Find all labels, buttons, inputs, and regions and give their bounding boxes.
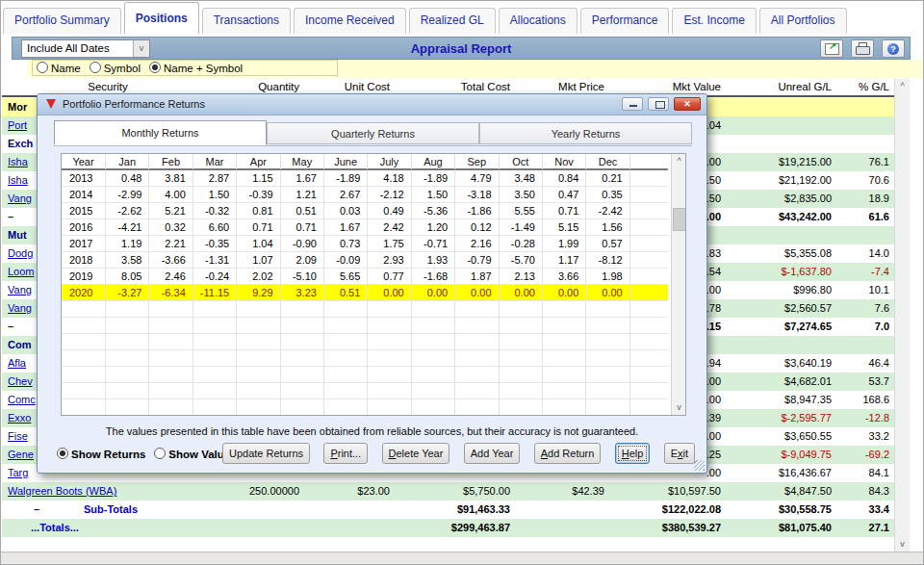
minimize-button[interactable] xyxy=(622,97,643,111)
scroll-up-icon[interactable]: ^ xyxy=(895,79,910,93)
radio-symbol[interactable]: Symbol xyxy=(90,63,141,74)
scroll-down-icon[interactable]: v xyxy=(672,400,686,415)
returns-row-2017[interactable]: 20171.192.21-0.351.04-0.900.731.75-0.712… xyxy=(62,236,685,252)
security-name[interactable]: Targ xyxy=(8,467,28,478)
col-header-quantity[interactable]: Quantity xyxy=(258,81,299,92)
empty-row xyxy=(62,383,685,399)
delete-year-button[interactable]: Delete Year xyxy=(382,443,450,464)
tab-income-received[interactable]: Income Received xyxy=(294,8,406,34)
return-cell xyxy=(412,301,455,318)
tab-allocations[interactable]: Allocations xyxy=(499,8,578,34)
security-name[interactable]: Vang xyxy=(8,193,32,204)
col-header-sep[interactable]: Sep xyxy=(455,154,499,170)
update-returns-button[interactable]: Update Returns xyxy=(222,443,310,464)
col-header-july[interactable]: July xyxy=(368,154,411,170)
tab-all-portfolios[interactable]: All Portfolios xyxy=(759,8,847,34)
security-name[interactable]: Port xyxy=(8,119,27,131)
return-cell xyxy=(500,334,543,350)
maximize-button[interactable] xyxy=(648,97,669,111)
col-header-may[interactable]: May xyxy=(281,154,324,170)
security-name[interactable]: Comc xyxy=(8,394,36,405)
col-header-mkt-value[interactable]: Mkt Value xyxy=(673,81,721,92)
return-cell xyxy=(455,318,499,334)
col-header-apr[interactable]: Apr xyxy=(237,154,280,170)
returns-row-2013[interactable]: 20130.483.812.871.151.67-1.894.18-1.894.… xyxy=(62,170,685,187)
exit-button[interactable]: Exit xyxy=(664,443,695,464)
tab-transactions[interactable]: Transactions xyxy=(202,8,291,34)
tab-portfolio-summary[interactable]: Portfolio Summary xyxy=(3,8,121,34)
returns-row-2014[interactable]: 2014-2.994.001.50-0.391.212.67-2.121.50-… xyxy=(62,187,685,203)
tab-quarterly-returns[interactable]: Quarterly Returns xyxy=(267,122,479,144)
col-header-aug[interactable]: Aug xyxy=(412,154,455,170)
col-header-june[interactable]: June xyxy=(324,154,368,170)
returns-row-2019[interactable]: 20198.052.46-0.242.02-5.105.650.77-1.681… xyxy=(62,269,685,285)
return-cell: 1.56 xyxy=(586,219,629,236)
col-header-unreal-gl[interactable]: Unreal G/L xyxy=(778,81,832,92)
tab-positions[interactable]: Positions xyxy=(124,2,199,34)
col-header-jan[interactable]: Jan xyxy=(106,154,149,170)
close-button[interactable]: ✕ xyxy=(674,97,701,111)
col-header-mar[interactable]: Mar xyxy=(193,154,237,170)
table-row[interactable]: ...Totals...$299,463.87$380,539.27$81,07… xyxy=(2,519,894,537)
main-vertical-scrollbar[interactable]: ^ v xyxy=(894,79,910,552)
cell-unreal-gl: $16,436.67 xyxy=(779,467,832,478)
returns-row-2018[interactable]: 20183.58-3.66-1.311.072.09-0.092.931.93-… xyxy=(62,252,685,269)
dialog-titlebar[interactable]: Portfolio Performance Returns ✕ xyxy=(38,94,706,116)
security-name[interactable]: Gene xyxy=(8,449,34,460)
tab-est-income[interactable]: Est. Income xyxy=(672,8,756,34)
col-header-total-cost[interactable]: Total Cost xyxy=(461,81,510,92)
col-header-year[interactable]: Year xyxy=(62,154,106,170)
security-name[interactable]: Dodg xyxy=(8,247,33,259)
print-button[interactable] xyxy=(851,39,874,58)
security-name[interactable]: Vang xyxy=(8,302,32,314)
col-header-unit-cost[interactable]: Unit Cost xyxy=(345,81,390,92)
scrollbar-thumb[interactable] xyxy=(673,208,686,231)
security-name[interactable]: Vang xyxy=(8,284,32,295)
security-name[interactable]: Loom xyxy=(8,266,35,277)
col-header-nov[interactable]: Nov xyxy=(543,154,586,170)
return-cell: 1.98 xyxy=(586,269,629,285)
help-button[interactable]: Help xyxy=(615,443,651,464)
col-header-dec[interactable]: Dec xyxy=(586,154,629,170)
return-cell xyxy=(281,399,324,416)
radio-show-returns[interactable]: Show Returns xyxy=(57,449,145,460)
tab-realized-gl[interactable]: Realized GL xyxy=(409,8,496,34)
radio-name[interactable]: Name xyxy=(37,63,81,74)
scroll-down-icon[interactable]: v xyxy=(895,537,910,552)
tab-monthly-returns[interactable]: Monthly Returns xyxy=(54,120,267,145)
return-cell: 1.75 xyxy=(368,236,411,252)
app-logo-icon xyxy=(46,99,56,109)
scroll-up-icon[interactable]: ^ xyxy=(672,154,686,168)
resize-grip-icon[interactable] xyxy=(694,460,705,471)
security-name[interactable]: Fise xyxy=(8,430,28,442)
security-name[interactable]: Walgreen Boots (WBA) xyxy=(8,485,116,497)
tab-yearly-returns[interactable]: Yearly Returns xyxy=(479,122,692,144)
return-cell: 5.55 xyxy=(500,203,543,219)
col-header-oct[interactable]: Oct xyxy=(500,154,543,170)
return-cell xyxy=(324,350,368,367)
col-header-mkt-price[interactable]: Mkt Price xyxy=(558,81,604,92)
security-name[interactable]: Isha xyxy=(8,174,28,186)
security-name[interactable]: Afla xyxy=(8,357,26,369)
returns-row-2016[interactable]: 2016-4.210.326.600.710.711.672.421.200.1… xyxy=(62,219,685,236)
security-name[interactable]: Isha xyxy=(8,156,28,167)
add-year-button[interactable]: Add Year xyxy=(464,443,521,464)
col-header-pct-gl[interactable]: % G/L xyxy=(859,81,889,92)
returns-row-2015[interactable]: 2015-2.625.21-0.320.810.510.030.49-5.36-… xyxy=(62,203,685,219)
returns-table-scrollbar[interactable]: ^ v xyxy=(671,154,685,415)
security-name[interactable]: Chev xyxy=(8,375,33,387)
col-header-security[interactable]: Security xyxy=(55,81,161,92)
returns-row-2020[interactable]: 2020-3.27-6.34-11.159.293.230.510.000.00… xyxy=(62,285,685,301)
radio-name-symbol[interactable]: Name + Symbol xyxy=(149,63,243,74)
filler-cell xyxy=(630,170,668,187)
empty-row xyxy=(62,399,685,416)
export-report-button[interactable]: ↗ xyxy=(820,39,843,58)
tab-performance[interactable]: Performance xyxy=(580,8,670,34)
help-button[interactable]: ? xyxy=(882,39,905,58)
table-row[interactable]: Walgreen Boots (WBA)250.00000$23.00$5,75… xyxy=(2,482,894,501)
table-row[interactable]: –Sub-Totals$91,463.33$122,022.08$30,558.… xyxy=(2,501,894,519)
add-return-button[interactable]: Add Return xyxy=(534,443,602,464)
col-header-feb[interactable]: Feb xyxy=(149,154,192,170)
security-name[interactable]: Exxo xyxy=(8,412,31,424)
print-button[interactable]: Print... xyxy=(323,443,368,464)
